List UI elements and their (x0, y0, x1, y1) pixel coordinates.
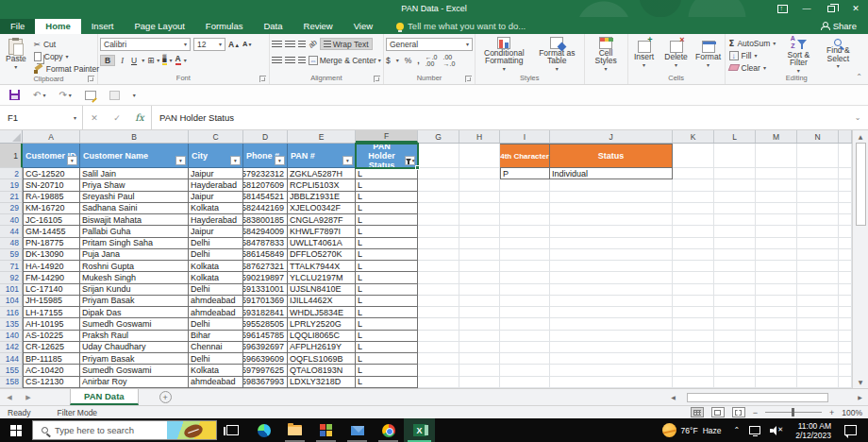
mail-taskbar-button[interactable] (342, 418, 373, 442)
cell-K155[interactable] (673, 365, 714, 376)
cell-L1[interactable] (714, 144, 756, 168)
cell-A19[interactable]: SN-20710 (23, 179, 80, 191)
horizontal-scroll-thumb[interactable] (687, 393, 828, 402)
cell-J71[interactable] (550, 261, 673, 272)
row-number[interactable]: 44 (0, 226, 23, 237)
align-right-icon[interactable] (298, 57, 306, 64)
decrease-decimal-button[interactable]: .00→.0 (443, 54, 456, 67)
cell-C48[interactable]: Delhi (189, 238, 243, 249)
cell-x40[interactable] (839, 214, 852, 226)
grow-font-button[interactable]: A▲ (228, 40, 240, 49)
cell-E101[interactable]: UJSLN8410E (288, 284, 356, 296)
cell-H104[interactable] (459, 296, 500, 307)
sort-filter-button[interactable]: AZ Sort & Filter▾ (779, 36, 817, 74)
row-number[interactable]: 21 (0, 192, 23, 203)
cell-x92[interactable] (839, 272, 852, 283)
cell-J155[interactable] (550, 365, 673, 376)
cell-L29[interactable] (714, 203, 756, 214)
zoom-slider-thumb[interactable] (792, 408, 794, 416)
cell-E40[interactable]: CNGLA9287F (288, 214, 356, 226)
scroll-up-icon[interactable]: ▲ (853, 130, 868, 143)
cell-D101[interactable]: 8591331001 (243, 284, 288, 296)
cell-x116[interactable] (839, 307, 852, 318)
cell-D44[interactable]: 8584294009 (243, 226, 288, 237)
row-number[interactable]: 92 (0, 272, 23, 283)
cell-B29[interactable]: Sadhana Saini (80, 203, 189, 214)
cell-x59[interactable] (839, 249, 852, 261)
cell-I104[interactable] (500, 296, 550, 307)
cancel-icon[interactable]: ✕ (83, 113, 106, 123)
accounting-format-button[interactable]: $ (386, 56, 391, 65)
cell-B144[interactable]: Priyam Basak (80, 353, 189, 365)
copy-button[interactable]: Copy▾ (32, 50, 101, 62)
cell-G71[interactable] (418, 261, 459, 272)
cell-N140[interactable] (797, 331, 839, 342)
cell-I116[interactable] (500, 307, 550, 318)
cell-C19[interactable]: Hayderabad (189, 179, 243, 191)
alignment-dialog-launcher[interactable] (374, 76, 380, 82)
fill-button[interactable]: ↓Fill▾ (727, 49, 778, 61)
cell-N116[interactable] (797, 307, 839, 318)
filter-applied-button[interactable]: ▾ (405, 156, 415, 165)
row-number[interactable]: 144 (0, 353, 23, 365)
cell-L19[interactable] (714, 179, 756, 191)
cell-I2[interactable]: P (500, 168, 550, 179)
cell-D29[interactable]: 8582442169 (243, 203, 288, 214)
cell-M101[interactable] (756, 284, 797, 296)
column-header-B[interactable]: B (80, 130, 189, 143)
font-color-button[interactable]: A (175, 55, 181, 65)
cut-button[interactable]: ✂Cut (32, 38, 101, 50)
cell-H2[interactable] (459, 168, 500, 179)
vertical-scrollbar[interactable]: ▲ ▼ (852, 130, 868, 388)
cell-D140[interactable]: 8596145785 (243, 331, 288, 342)
cell-N19[interactable] (797, 179, 839, 191)
cell-K2[interactable] (673, 168, 714, 179)
cell-L140[interactable] (714, 331, 756, 342)
cell-I44[interactable] (500, 226, 550, 237)
filter-dropdown-button[interactable]: ▾ (275, 156, 285, 165)
tell-me-box[interactable]: Tell me what you want to do... (396, 21, 526, 34)
chrome-taskbar-button[interactable] (373, 418, 404, 442)
cell-F2[interactable]: L (356, 168, 418, 179)
cell-L44[interactable] (714, 226, 756, 237)
column-header-H[interactable]: H (459, 130, 500, 143)
column-header-A[interactable]: A (23, 130, 80, 143)
table-header-B[interactable]: Customer Name▾ (80, 144, 189, 168)
cell-J59[interactable] (550, 249, 673, 261)
store-taskbar-button[interactable] (310, 418, 342, 442)
cell-x158[interactable] (839, 377, 852, 388)
cell-N21[interactable] (797, 192, 839, 203)
horizontal-scrollbar[interactable]: ◀ ▶ (665, 390, 868, 404)
cell-G48[interactable] (418, 238, 459, 249)
cell-H19[interactable] (459, 179, 500, 191)
filter-dropdown-button[interactable]: ▾ (230, 156, 241, 165)
cell-F44[interactable]: L (356, 226, 418, 237)
close-button[interactable]: ✕ (843, 0, 868, 17)
row-number[interactable]: 158 (0, 377, 23, 388)
column-header-N[interactable]: N (797, 130, 839, 143)
cell-L71[interactable] (714, 261, 756, 272)
cell-x144[interactable] (839, 353, 852, 365)
cell-D116[interactable]: 8593182841 (243, 307, 288, 318)
cell-J158[interactable] (550, 377, 673, 388)
cell-x1[interactable] (839, 144, 852, 168)
cell-F104[interactable]: L (356, 296, 418, 307)
align-bottom-icon[interactable] (298, 41, 306, 48)
tab-formulas[interactable]: Formulas (195, 19, 254, 34)
cell-N155[interactable] (797, 365, 839, 376)
cell-D144[interactable]: 8596639609 (243, 353, 288, 365)
cell-B59[interactable]: Puja Jana (80, 249, 189, 261)
cell-x71[interactable] (839, 261, 852, 272)
tab-view[interactable]: View (343, 19, 383, 34)
cell-E59[interactable]: DFFLO5270K (288, 249, 356, 261)
cell-G140[interactable] (418, 331, 459, 342)
enter-icon[interactable]: ✓ (106, 113, 128, 123)
autosum-button[interactable]: ΣAutoSum▾ (727, 37, 778, 49)
row-number[interactable]: 40 (0, 214, 23, 226)
cell-B40[interactable]: Biswajit Mahata (80, 214, 189, 226)
cell-F116[interactable]: L (356, 307, 418, 318)
table-header-D[interactable]: Phone #▾ (243, 144, 288, 168)
cell-L116[interactable] (714, 307, 756, 318)
cell-I71[interactable] (500, 261, 550, 272)
normal-view-button[interactable] (691, 407, 704, 417)
